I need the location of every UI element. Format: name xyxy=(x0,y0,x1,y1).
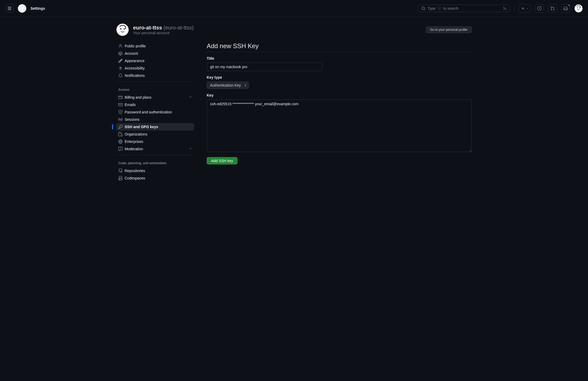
avatar-icon xyxy=(117,24,128,36)
sidebar-item-account[interactable]: Account xyxy=(116,50,194,57)
sidebar-item-label: Account xyxy=(125,51,138,56)
sidebar-item-sessions[interactable]: Sessions xyxy=(116,116,194,123)
plus-icon xyxy=(521,6,525,11)
search-input[interactable]: Type / to search xyxy=(418,5,510,12)
title-label: Title xyxy=(207,56,472,61)
sidebar-divider xyxy=(116,81,194,82)
keytype-select[interactable]: Authentication Key xyxy=(207,82,249,89)
chevron-down-icon xyxy=(189,95,192,99)
command-palette-icon[interactable] xyxy=(503,6,507,11)
sidebar-item-enterprises[interactable]: Enterprises xyxy=(116,138,194,145)
mail-icon xyxy=(118,103,123,107)
sidebar-item-label: Sessions xyxy=(125,117,140,122)
sidebar-item-label: Repositories xyxy=(125,169,145,173)
sidebar-item-accessibility[interactable]: Accessibility xyxy=(116,64,194,72)
go-to-profile-button[interactable]: Go to your personal profile xyxy=(426,26,472,33)
svg-point-2 xyxy=(579,8,580,8)
account-handle: (euro-at-ttss) xyxy=(164,25,194,31)
svg-point-1 xyxy=(577,8,578,8)
header-divider xyxy=(514,6,514,11)
paintbrush-icon xyxy=(118,59,123,63)
issue-opened-icon xyxy=(537,6,541,11)
account-username: euro-at-ttss xyxy=(133,25,162,31)
repo-icon xyxy=(118,169,123,173)
sidebar-item-public-profile[interactable]: Public profile xyxy=(116,42,194,50)
search-prefix-text: Type xyxy=(428,6,435,11)
search-icon xyxy=(421,6,425,11)
sidebar-section-code: Code, planning, and automation xyxy=(116,159,194,167)
sidebar-item-label: Public profile xyxy=(125,44,146,48)
github-logo-link[interactable] xyxy=(18,4,26,13)
sidebar-item-emails[interactable]: Emails xyxy=(116,101,194,108)
sidebar-section-access: Access xyxy=(116,86,194,94)
sidebar-item-moderation[interactable]: Moderation xyxy=(116,145,194,153)
svg-point-4 xyxy=(120,28,121,29)
gear-icon xyxy=(118,51,123,56)
sidebar-item-label: Moderation xyxy=(125,147,143,151)
organization-icon xyxy=(118,132,123,136)
sidebar-item-billing[interactable]: Billing and plans xyxy=(116,94,194,101)
hamburger-menu-button[interactable] xyxy=(5,4,14,13)
shield-lock-icon xyxy=(118,110,123,114)
codespaces-icon xyxy=(118,176,123,180)
person-icon xyxy=(118,44,123,48)
bell-icon xyxy=(118,73,123,78)
key-icon xyxy=(118,125,123,129)
title-input[interactable] xyxy=(207,63,322,71)
sidebar-item-organizations[interactable]: Organizations xyxy=(116,131,194,138)
create-new-button[interactable] xyxy=(519,4,531,13)
main-content: Add new SSH Key Title Key type Authentic… xyxy=(207,42,472,182)
sidebar-item-ssh-keys[interactable]: SSH and GPG keys xyxy=(116,123,194,131)
sidebar-item-label: Notifications xyxy=(125,73,145,78)
inbox-icon xyxy=(564,6,568,11)
account-subtitle: Your personal account xyxy=(133,31,194,35)
search-suffix-text: to search xyxy=(443,6,458,11)
search-slash-hint: / xyxy=(438,7,441,10)
sidebar-item-label: SSH and GPG keys xyxy=(125,125,158,129)
key-textarea[interactable] xyxy=(207,99,472,152)
notifications-button[interactable] xyxy=(561,4,570,13)
sidebar-item-codespaces[interactable]: Codespaces xyxy=(116,174,194,182)
github-logo-icon xyxy=(19,5,25,12)
svg-point-5 xyxy=(124,28,125,29)
account-avatar[interactable] xyxy=(116,23,129,36)
keytype-label: Key type xyxy=(207,75,472,79)
account-name-line: euro-at-ttss (euro-at-ttss) xyxy=(133,25,194,31)
app-header: Settings Type / to search xyxy=(0,0,588,17)
page-heading: Add new SSH Key xyxy=(207,42,472,52)
settings-sidebar: Public profile Account Appearance Access… xyxy=(116,42,194,182)
issues-button[interactable] xyxy=(535,4,544,13)
sidebar-item-appearance[interactable]: Appearance xyxy=(116,57,194,64)
report-icon xyxy=(118,147,123,151)
add-ssh-key-button[interactable]: Add SSH key xyxy=(207,157,237,164)
account-header: euro-at-ttss (euro-at-ttss) Your persona… xyxy=(116,23,472,36)
globe-icon xyxy=(118,139,123,144)
header-title[interactable]: Settings xyxy=(31,6,45,11)
sidebar-item-label: Emails xyxy=(125,103,136,107)
broadcast-icon xyxy=(118,117,123,122)
pull-request-icon xyxy=(550,6,555,11)
hamburger-icon xyxy=(7,6,12,11)
sidebar-item-notifications[interactable]: Notifications xyxy=(116,72,194,79)
pull-requests-button[interactable] xyxy=(548,4,557,13)
triangle-down-icon xyxy=(526,7,528,9)
sidebar-item-label: Accessibility xyxy=(125,66,145,70)
sidebar-item-label: Codespaces xyxy=(125,176,145,180)
sidebar-divider xyxy=(116,155,194,155)
sidebar-item-label: Organizations xyxy=(125,132,147,136)
sidebar-item-label: Billing and plans xyxy=(125,95,151,99)
sidebar-item-label: Enterprises xyxy=(125,139,143,144)
notification-dot xyxy=(568,4,570,7)
sidebar-item-repositories[interactable]: Repositories xyxy=(116,167,194,174)
sidebar-item-label: Password and authentication xyxy=(125,110,172,114)
keytype-value: Authentication Key xyxy=(210,83,241,87)
credit-card-icon xyxy=(118,95,123,99)
sidebar-item-label: Appearance xyxy=(125,59,145,63)
chevron-down-icon xyxy=(189,147,192,151)
avatar-icon xyxy=(575,5,582,12)
accessibility-icon xyxy=(118,66,123,70)
sidebar-item-password[interactable]: Password and authentication xyxy=(116,108,194,116)
user-avatar-button[interactable] xyxy=(574,4,583,13)
select-caret-icon xyxy=(245,84,246,86)
key-label: Key xyxy=(207,93,472,97)
